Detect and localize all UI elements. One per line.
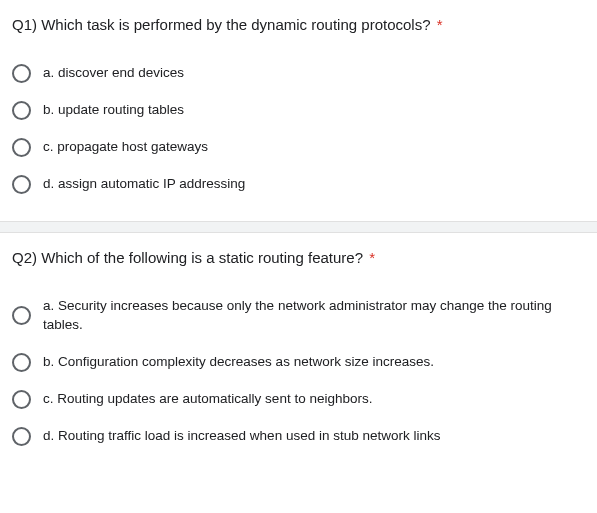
option-label: b. Configuration complexity decreases as…	[43, 353, 434, 372]
option-q1-b[interactable]: b. update routing tables	[12, 92, 579, 129]
radio-icon[interactable]	[12, 64, 31, 83]
question-2: Q2) Which of the following is a static r…	[0, 233, 597, 473]
option-q1-a[interactable]: a. discover end devices	[12, 55, 579, 92]
option-label: c. propagate host gateways	[43, 138, 208, 157]
section-divider	[0, 221, 597, 233]
option-label: a. discover end devices	[43, 64, 184, 83]
required-marker: *	[369, 249, 375, 266]
radio-icon[interactable]	[12, 427, 31, 446]
required-marker: *	[437, 16, 443, 33]
option-q2-d[interactable]: d. Routing traffic load is increased whe…	[12, 418, 579, 455]
radio-icon[interactable]	[12, 175, 31, 194]
option-label: d. Routing traffic load is increased whe…	[43, 427, 440, 446]
radio-icon[interactable]	[12, 390, 31, 409]
option-label: c. Routing updates are automatically sen…	[43, 390, 372, 409]
question-title: Q1) Which task is performed by the dynam…	[12, 14, 579, 35]
radio-icon[interactable]	[12, 306, 31, 325]
radio-icon[interactable]	[12, 138, 31, 157]
option-q1-d[interactable]: d. assign automatic IP addressing	[12, 166, 579, 203]
option-q2-c[interactable]: c. Routing updates are automatically sen…	[12, 381, 579, 418]
question-text: Q2) Which of the following is a static r…	[12, 249, 363, 266]
option-q1-c[interactable]: c. propagate host gateways	[12, 129, 579, 166]
option-label: d. assign automatic IP addressing	[43, 175, 245, 194]
radio-icon[interactable]	[12, 101, 31, 120]
question-text: Q1) Which task is performed by the dynam…	[12, 16, 431, 33]
option-label: b. update routing tables	[43, 101, 184, 120]
question-1: Q1) Which task is performed by the dynam…	[0, 0, 597, 221]
option-q2-a[interactable]: a. Security increases because only the n…	[12, 288, 579, 344]
radio-icon[interactable]	[12, 353, 31, 372]
option-q2-b[interactable]: b. Configuration complexity decreases as…	[12, 344, 579, 381]
option-label: a. Security increases because only the n…	[43, 297, 579, 335]
question-title: Q2) Which of the following is a static r…	[12, 247, 579, 268]
